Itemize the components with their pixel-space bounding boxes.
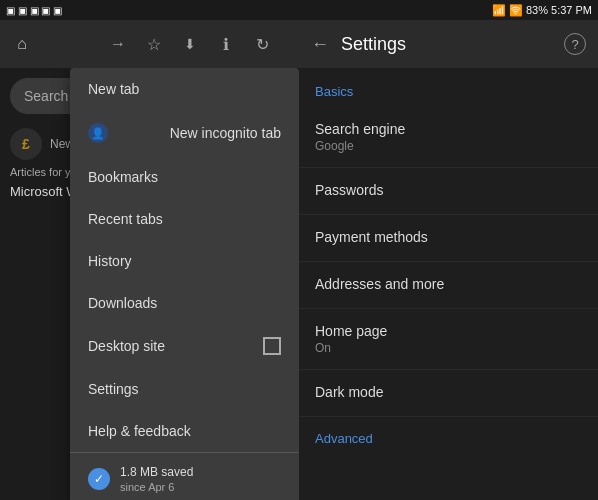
main-area: ⌂ → ☆ ⬇ ℹ ↻ Search or £ News from ... Ar… bbox=[0, 20, 598, 500]
settings-item-dark-mode[interactable]: Dark mode bbox=[299, 370, 598, 417]
settings-list: Basics Search engine Google Passwords Pa… bbox=[299, 68, 598, 500]
reload-button[interactable]: ↻ bbox=[248, 30, 276, 58]
left-panel: ⌂ → ☆ ⬇ ℹ ↻ Search or £ News from ... Ar… bbox=[0, 20, 299, 500]
desktop-site-checkbox[interactable] bbox=[263, 337, 281, 355]
browser-content: Search or £ News from ... Articles for y… bbox=[0, 68, 299, 500]
right-panel: ← Settings ? Basics Search engine Google… bbox=[299, 20, 598, 500]
wifi-icon: 🛜 bbox=[509, 4, 523, 17]
bookmark-button[interactable]: ☆ bbox=[140, 30, 168, 58]
signal-icon: 📶 bbox=[492, 4, 506, 17]
status-bar: ▣ ▣ ▣ ▣ ▣ 📶 🛜 83% 5:37 PM bbox=[0, 0, 598, 20]
settings-item-home-page[interactable]: Home page On bbox=[299, 309, 598, 370]
settings-item-search-engine[interactable]: Search engine Google bbox=[299, 107, 598, 168]
status-right-info: 📶 🛜 83% 5:37 PM bbox=[492, 4, 592, 17]
save-info: 1.8 MB saved since Apr 6 bbox=[120, 465, 193, 493]
back-button[interactable]: ← bbox=[311, 34, 329, 55]
news-source-icon: £ bbox=[10, 128, 42, 160]
menu-item-bookmarks[interactable]: Bookmarks bbox=[70, 156, 299, 198]
dropdown-menu: New tab 👤 New incognito tab Bookmarks Re… bbox=[70, 68, 299, 500]
app-icons: ▣ ▣ ▣ ▣ ▣ bbox=[6, 5, 62, 16]
advanced-section-label: Advanced bbox=[299, 417, 598, 460]
basics-section-label: Basics bbox=[299, 68, 598, 107]
data-saved-icon: ✓ bbox=[88, 468, 110, 490]
settings-title: Settings bbox=[341, 34, 552, 55]
home-button[interactable]: ⌂ bbox=[8, 30, 36, 58]
download-button[interactable]: ⬇ bbox=[176, 30, 204, 58]
settings-item-payment-methods[interactable]: Payment methods bbox=[299, 215, 598, 262]
menu-item-new-incognito-tab[interactable]: 👤 New incognito tab bbox=[70, 110, 299, 156]
battery-level: 83% 5:37 PM bbox=[526, 4, 592, 16]
menu-item-history[interactable]: History bbox=[70, 240, 299, 282]
menu-item-downloads[interactable]: Downloads bbox=[70, 282, 299, 324]
forward-button[interactable]: → bbox=[104, 30, 132, 58]
menu-item-settings[interactable]: Settings bbox=[70, 368, 299, 410]
browser-toolbar: ⌂ → ☆ ⬇ ℹ ↻ bbox=[0, 20, 299, 68]
help-button[interactable]: ? bbox=[564, 33, 586, 55]
save-amount: 1.8 MB saved bbox=[120, 465, 193, 481]
settings-item-addresses[interactable]: Addresses and more bbox=[299, 262, 598, 309]
menu-footer: ✓ 1.8 MB saved since Apr 6 bbox=[70, 452, 299, 500]
settings-item-passwords[interactable]: Passwords bbox=[299, 168, 598, 215]
save-since: since Apr 6 bbox=[120, 481, 193, 493]
menu-item-help-feedback[interactable]: Help & feedback bbox=[70, 410, 299, 452]
status-left-icons: ▣ ▣ ▣ ▣ ▣ bbox=[6, 5, 62, 16]
menu-item-new-tab[interactable]: New tab bbox=[70, 68, 299, 110]
menu-item-recent-tabs[interactable]: Recent tabs bbox=[70, 198, 299, 240]
settings-header: ← Settings ? bbox=[299, 20, 598, 68]
info-button[interactable]: ℹ bbox=[212, 30, 240, 58]
menu-item-desktop-site[interactable]: Desktop site bbox=[70, 324, 299, 368]
